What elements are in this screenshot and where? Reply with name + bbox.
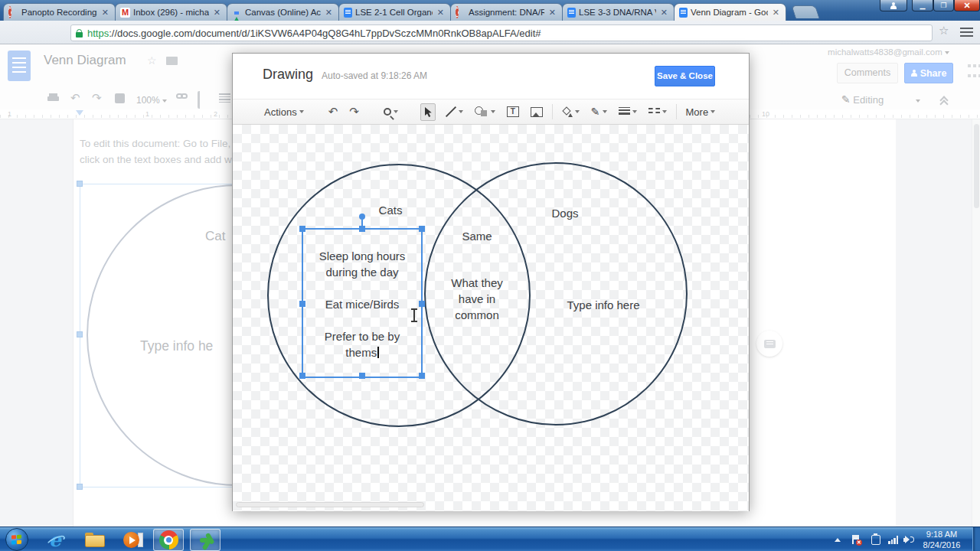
new-tab-button[interactable] bbox=[791, 5, 820, 18]
tab-close-icon[interactable]: ✕ bbox=[324, 8, 334, 18]
close-button[interactable]: ✕ bbox=[954, 0, 980, 11]
docs-favicon bbox=[344, 8, 352, 18]
line-dash-tool[interactable] bbox=[646, 106, 669, 118]
docs-favicon bbox=[567, 8, 576, 18]
resize-handle-nw[interactable] bbox=[299, 226, 305, 232]
autosave-status: Auto-saved at 9:18:26 AM bbox=[322, 70, 427, 81]
rotate-handle[interactable] bbox=[359, 214, 365, 220]
browser-tab-active[interactable]: Venn Diagram - Goo ✕ bbox=[674, 3, 786, 21]
browser-tab[interactable]: Canvas (Online) Activ ✕ bbox=[227, 3, 339, 21]
pencil-icon: ✎ bbox=[591, 106, 600, 118]
resize-handle-e[interactable] bbox=[419, 301, 425, 307]
panopto-favicon bbox=[456, 8, 466, 18]
more-menu[interactable]: More bbox=[684, 104, 718, 120]
show-desktop-button[interactable] bbox=[972, 527, 980, 551]
venn-center-label[interactable]: Same bbox=[462, 230, 492, 243]
https-lock-icon[interactable] bbox=[76, 29, 83, 37]
line-color-tool[interactable]: ✎ bbox=[589, 103, 609, 120]
docs-favicon bbox=[679, 8, 688, 18]
resize-handle-s[interactable] bbox=[359, 373, 365, 379]
tab-title: Assignment: DNA/RN bbox=[469, 8, 544, 17]
tab-title: Panopto Recordings bbox=[21, 8, 97, 17]
tab-title: Canvas (Online) Activ bbox=[245, 8, 321, 17]
venn-left-label[interactable]: Cats bbox=[379, 204, 403, 217]
tab-close-icon[interactable]: ✕ bbox=[659, 8, 669, 18]
tab-close-icon[interactable]: ✕ bbox=[100, 8, 110, 18]
bookmark-star-icon[interactable]: ☆ bbox=[939, 24, 949, 37]
tray-app-button[interactable] bbox=[871, 527, 880, 551]
tab-close-icon[interactable]: ✕ bbox=[436, 8, 446, 18]
chrome-menu-icon[interactable] bbox=[960, 28, 973, 39]
tab-title: Inbox (296) - michalw bbox=[133, 8, 209, 17]
browser-tab[interactable]: LSE 3-3 DNA/RNA V ✕ bbox=[562, 3, 675, 21]
internet-explorer-icon: e bbox=[49, 531, 61, 549]
clock-time: 9:18 AM bbox=[917, 529, 966, 540]
taskbar-clock[interactable]: 9:18 AM 8/24/2016 bbox=[917, 529, 966, 550]
person-icon bbox=[890, 2, 897, 9]
minimize-button[interactable]: ▁ bbox=[912, 0, 933, 11]
textbox-text[interactable]: Sleep long hours during the day Eat mice… bbox=[303, 230, 421, 360]
browser-tab[interactable]: LSE 2-1 Cell Organell ✕ bbox=[338, 3, 451, 21]
folder-icon bbox=[85, 533, 105, 547]
actions-menu[interactable]: Actions bbox=[262, 104, 306, 120]
shape-icon bbox=[475, 106, 488, 117]
cursor-arrow-icon bbox=[423, 106, 433, 118]
start-button[interactable] bbox=[5, 528, 28, 551]
text-box-tool[interactable]: T bbox=[505, 104, 521, 119]
taskbar-media-button[interactable] bbox=[118, 529, 149, 551]
line-tool[interactable] bbox=[443, 104, 466, 120]
select-tool[interactable] bbox=[420, 103, 436, 121]
clock-date: 8/24/2016 bbox=[917, 540, 966, 550]
resize-handle-n[interactable] bbox=[359, 226, 365, 232]
taskbar-green-app-button[interactable] bbox=[190, 529, 220, 551]
clipboard-icon bbox=[871, 535, 880, 545]
insert-image-tool[interactable] bbox=[528, 105, 545, 119]
tray-expand-button[interactable] bbox=[835, 527, 841, 551]
taskbar-ie-button[interactable]: e bbox=[40, 529, 70, 551]
resize-handle-sw[interactable] bbox=[299, 373, 305, 379]
address-bar[interactable]: https://docs.google.com/document/d/1iKSV… bbox=[70, 24, 933, 41]
venn-center-text[interactable]: What they have in common bbox=[451, 275, 503, 323]
tab-close-icon[interactable]: ✕ bbox=[771, 8, 781, 18]
browser-tab[interactable]: Assignment: DNA/RN ✕ bbox=[450, 3, 563, 21]
resize-handle-se[interactable] bbox=[419, 373, 425, 379]
gmail-favicon: M bbox=[120, 8, 130, 18]
speaker-icon bbox=[903, 535, 914, 544]
shape-tool[interactable] bbox=[472, 104, 498, 119]
save-and-close-button[interactable]: Save & Close bbox=[655, 66, 715, 86]
drawing-toolbar: Actions ↶ ↷ T ✎ More bbox=[233, 99, 749, 125]
tab-title: LSE 2-1 Cell Organell bbox=[355, 8, 433, 17]
tab-close-icon[interactable]: ✕ bbox=[547, 8, 557, 18]
tab-close-icon[interactable]: ✕ bbox=[212, 8, 222, 18]
maximize-button[interactable]: ❐ bbox=[933, 0, 954, 11]
volume-button[interactable] bbox=[903, 527, 914, 551]
venn-right-placeholder[interactable]: Type info here bbox=[567, 298, 639, 311]
profile-button[interactable] bbox=[880, 0, 907, 11]
line-weight-icon bbox=[619, 107, 630, 116]
browser-tab[interactable]: M Inbox (296) - michalw ✕ bbox=[115, 3, 227, 21]
image-icon bbox=[531, 107, 543, 117]
tab-title: LSE 3-3 DNA/RNA V bbox=[579, 8, 656, 17]
canvas-horizontal-scrollbar[interactable] bbox=[236, 502, 424, 507]
browser-tab[interactable]: Panopto Recordings ✕ bbox=[3, 3, 116, 21]
redo-icon[interactable]: ↷ bbox=[347, 103, 361, 120]
magnifier-icon bbox=[384, 108, 391, 116]
line-weight-tool[interactable] bbox=[616, 105, 639, 119]
screen: Panopto Recordings ✕ M Inbox (296) - mic… bbox=[0, 0, 980, 551]
drawing-canvas[interactable]: Cats Dogs Same What they have in common … bbox=[233, 125, 749, 511]
panopto-favicon bbox=[8, 8, 18, 18]
drive-favicon bbox=[232, 8, 242, 18]
fill-color-tool[interactable] bbox=[560, 104, 582, 119]
action-center-button[interactable]: ✕ bbox=[851, 527, 861, 551]
undo-icon[interactable]: ↶ bbox=[326, 103, 341, 120]
resize-handle-ne[interactable] bbox=[419, 226, 425, 232]
selected-textbox[interactable]: Sleep long hours during the day Eat mice… bbox=[302, 228, 423, 378]
resize-handle-w[interactable] bbox=[299, 301, 305, 307]
dash-icon bbox=[648, 108, 660, 116]
network-button[interactable] bbox=[888, 527, 898, 551]
venn-right-label[interactable]: Dogs bbox=[551, 207, 578, 220]
media-player-icon bbox=[123, 532, 143, 549]
zoom-tool[interactable] bbox=[381, 106, 400, 118]
taskbar-chrome-button[interactable] bbox=[153, 529, 184, 551]
taskbar-explorer-button[interactable] bbox=[80, 529, 110, 551]
